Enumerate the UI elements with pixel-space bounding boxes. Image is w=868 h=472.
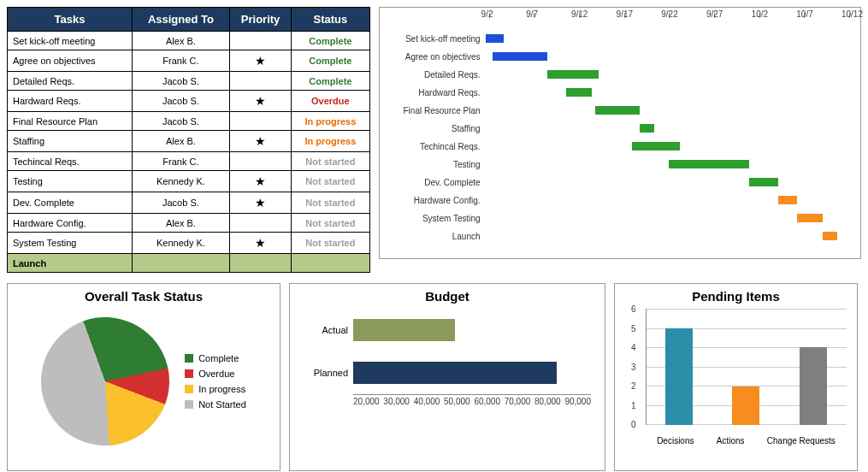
gantt-tick <box>669 13 671 18</box>
legend-item: Not Started <box>185 399 246 410</box>
budget-label: Planned <box>304 368 353 378</box>
table-row[interactable]: Set kick-off meetingAlex B.Complete <box>8 32 370 50</box>
table-row[interactable]: Dev. CompleteJacob S.★Not started <box>8 192 370 214</box>
budget-tick: 50,000 <box>444 397 470 406</box>
assigned-cell: Jacob S. <box>132 72 229 91</box>
budget-tick: 80,000 <box>534 397 561 406</box>
table-row[interactable]: Hardward Reqs.Jacob S.★Overdue <box>8 91 370 112</box>
assigned-cell: Jacob S. <box>132 91 229 112</box>
budget-tick: 30,000 <box>383 397 410 406</box>
gantt-bar <box>632 142 680 150</box>
gantt-row: Hardward Reqs. <box>380 84 852 102</box>
launch-row[interactable]: Launch <box>8 254 370 273</box>
col-priority: Priority <box>229 8 291 32</box>
gantt-label: Techincal Reqs. <box>380 142 486 151</box>
gantt-label: Set kick-off meeting <box>380 34 486 44</box>
gantt-tick <box>489 13 492 18</box>
task-cell: Set kick-off meeting <box>8 32 133 50</box>
assigned-cell: Kennedy K. <box>132 233 229 254</box>
status-cell: Complete <box>292 72 369 91</box>
gantt-label: Hardward Reqs. <box>380 88 486 97</box>
status-cell: Not started <box>292 233 369 254</box>
pie-legend: CompleteOverdueIn progressNot Started <box>185 348 246 415</box>
table-row[interactable]: System TestingKennedy K.★Not started <box>8 233 370 254</box>
gantt-tick <box>624 13 627 18</box>
gantt-bar <box>640 124 654 133</box>
priority-cell: ★ <box>229 192 291 214</box>
legend-swatch <box>185 354 193 363</box>
gantt-bar <box>493 52 547 61</box>
budget-row: Actual <box>304 309 591 351</box>
assigned-cell: Alex B. <box>132 32 229 50</box>
legend-label: In progress <box>198 384 245 394</box>
priority-cell <box>229 32 291 50</box>
col-assigned: Assigned To <box>132 8 229 32</box>
gantt-row: Techincal Reqs. <box>380 138 852 156</box>
x-tick: Decisions <box>657 436 694 445</box>
pending-title: Pending Items <box>620 289 852 304</box>
gantt-bar <box>669 160 749 168</box>
legend-swatch <box>185 369 193 378</box>
pending-bar <box>732 386 759 425</box>
budget-tick: 20,000 <box>353 397 380 406</box>
gantt-label: Dev. Complete <box>380 178 486 187</box>
budget-label: Actual <box>304 325 353 335</box>
gantt-label: System Testing <box>380 214 486 223</box>
gantt-rows: Set kick-off meetingAgree on objectivesD… <box>380 30 852 253</box>
assigned-cell: Frank C. <box>132 50 229 72</box>
table-row[interactable]: Detailed Reqs.Jacob S.Complete <box>8 72 370 91</box>
status-cell: Not started <box>292 171 369 192</box>
table-row[interactable]: TestingKennedy K.★Not started <box>8 171 370 192</box>
y-tick: 6 <box>631 304 636 314</box>
assigned-cell: Kennedy K. <box>132 171 229 192</box>
gantt-bar <box>823 232 837 240</box>
task-cell: Detailed Reqs. <box>8 72 133 91</box>
table-row[interactable]: Hardware Config.Alex B.Not started <box>8 214 370 233</box>
status-cell: Not started <box>292 192 369 214</box>
status-cell: Complete <box>292 50 369 72</box>
gantt-bar <box>797 214 823 222</box>
budget-bar <box>353 319 455 341</box>
priority-cell: ★ <box>229 171 291 192</box>
priority-cell <box>229 152 291 171</box>
gantt-axis <box>489 13 852 18</box>
status-cell: Not started <box>292 214 369 233</box>
budget-axis: 20,00030,00040,00050,00060,00070,00080,0… <box>353 394 591 406</box>
table-row[interactable]: Agree on objectivesFrank C.★Complete <box>8 50 370 72</box>
priority-cell: ★ <box>229 91 291 112</box>
y-tick: 5 <box>631 323 636 333</box>
assigned-cell: Jacob S. <box>132 112 229 131</box>
pie-title: Overall Task Status <box>13 289 275 304</box>
col-tasks: Tasks <box>8 8 133 32</box>
gantt-row: Agree on objectives <box>380 48 852 66</box>
table-row[interactable]: Final Resource PlanJacob S.In progress <box>8 112 370 131</box>
legend-swatch <box>185 400 193 409</box>
task-cell: Staffing <box>8 131 133 152</box>
gantt-tick <box>534 13 536 18</box>
legend-label: Overdue <box>198 369 234 379</box>
gantt-label: Detailed Reqs. <box>380 70 486 80</box>
y-tick: 3 <box>631 362 636 371</box>
status-cell: In progress <box>292 112 369 131</box>
gantt-label: Testing <box>380 160 486 169</box>
gantt-label: Agree on objectives <box>380 52 486 62</box>
x-tick: Actions <box>717 436 745 445</box>
status-cell: Overdue <box>292 91 369 112</box>
task-cell: System Testing <box>8 233 133 254</box>
budget-title: Budget <box>295 289 599 304</box>
assigned-cell: Jacob S. <box>132 192 229 214</box>
gantt-tick <box>579 13 582 18</box>
y-tick: 4 <box>631 343 636 352</box>
legend-item: Complete <box>185 353 246 363</box>
legend-swatch <box>185 385 193 393</box>
budget-bar <box>353 362 557 384</box>
table-row[interactable]: StaffingAlex B.★In progress <box>8 131 370 152</box>
gantt-bar <box>547 70 599 79</box>
priority-cell: ★ <box>229 131 291 152</box>
legend-label: Not Started <box>198 399 246 410</box>
gantt-row: Testing <box>380 156 852 174</box>
gantt-label: Launch <box>380 232 486 241</box>
pending-bar <box>800 347 827 425</box>
gantt-chart: Set kick-off meetingAgree on objectivesD… <box>379 7 861 259</box>
table-row[interactable]: Techincal Reqs.Frank C.Not started <box>8 152 370 171</box>
